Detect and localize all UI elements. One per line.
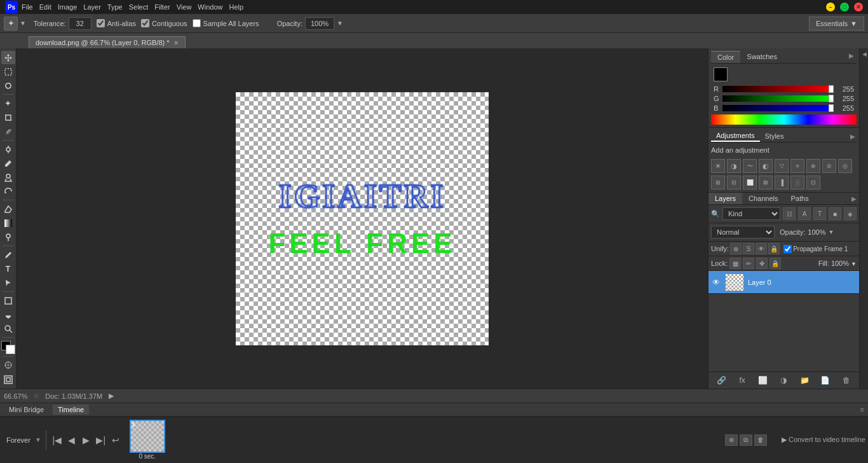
unify-other-btn[interactable]: 🔒 [768, 243, 780, 254]
layer-effects-btn[interactable]: fx [736, 375, 749, 386]
color-spectrum[interactable] [711, 114, 857, 125]
history-brush-tool[interactable] [1, 184, 15, 198]
play-btn[interactable]: ▶ [80, 434, 93, 446]
color-balance-btn[interactable]: ⊕ [806, 159, 820, 173]
tween-btn[interactable]: ⊕ [725, 434, 738, 446]
fill-dropdown[interactable]: ▼ [851, 261, 857, 267]
layers-filter-type-btn[interactable]: T [813, 207, 826, 220]
layers-filter-smartobj-btn[interactable]: ◈ [844, 207, 857, 220]
background-color-swatch[interactable] [6, 345, 15, 354]
selection-tool[interactable] [1, 65, 15, 78]
crop-tool[interactable] [1, 111, 15, 124]
minimize-button[interactable]: – [826, 3, 835, 11]
lasso-tool[interactable] [1, 79, 15, 92]
exposure-btn[interactable]: ◐ [759, 159, 773, 173]
tab-close-button[interactable]: ✕ [173, 39, 179, 46]
posterize-btn[interactable]: ⊠ [759, 176, 773, 190]
close-button[interactable]: ✕ [854, 3, 863, 11]
menu-help[interactable]: Help [229, 3, 243, 11]
tab-channels[interactable]: Channels [742, 193, 784, 204]
channel-mixer-btn[interactable]: ⊞ [711, 176, 725, 190]
unify-style-btn[interactable]: S [743, 243, 754, 254]
path-selection-tool[interactable] [1, 276, 15, 289]
link-layers-btn[interactable]: 🔗 [715, 375, 728, 386]
sample-all-layers-checkbox[interactable] [193, 19, 201, 27]
tab-swatches[interactable]: Swatches [740, 51, 783, 63]
menu-layer[interactable]: Layer [83, 3, 101, 11]
menu-view[interactable]: View [177, 3, 192, 11]
menu-window[interactable]: Window [198, 3, 222, 11]
pen-tool[interactable] [1, 248, 15, 261]
tab-timeline[interactable]: Timeline [53, 404, 89, 415]
opacity-dropdown-icon[interactable]: ▼ [337, 20, 343, 27]
add-mask-btn[interactable]: ⬜ [757, 375, 770, 386]
opacity-dropdown-layers[interactable]: ▼ [829, 229, 834, 235]
brush-tool[interactable] [1, 156, 15, 170]
maximize-button[interactable]: □ [840, 3, 849, 11]
prev-frame-btn[interactable]: ◀ [65, 434, 78, 446]
invert-btn[interactable]: ⬜ [743, 176, 757, 190]
layers-filter-pixel-btn[interactable]: ☷ [783, 207, 796, 220]
eraser-tool[interactable] [1, 202, 15, 216]
vibrance-btn[interactable]: ▽ [775, 159, 789, 173]
quick-mask-btn[interactable] [1, 359, 15, 372]
layer-visibility-toggle[interactable]: 👁 [711, 277, 721, 287]
loop-btn[interactable]: ↩ [109, 434, 122, 446]
gradient-tool[interactable] [1, 216, 15, 230]
layer-item[interactable]: 👁 Layer 0 [709, 271, 859, 294]
lock-image-btn[interactable]: ✏ [743, 258, 754, 269]
unify-position-btn[interactable]: ⊕ [730, 243, 742, 254]
tab-styles[interactable]: Styles [760, 131, 789, 141]
tab-paths[interactable]: Paths [785, 193, 815, 204]
opacity-input[interactable] [305, 17, 334, 30]
color-panel-collapse[interactable]: ▶ [846, 51, 857, 63]
menu-edit[interactable]: Edit [39, 3, 51, 11]
color-lookup-btn[interactable]: ⊟ [727, 176, 741, 190]
magic-wand-tool[interactable]: ✦ [1, 97, 15, 110]
selective-color-btn[interactable]: ⊡ [806, 176, 820, 190]
hand-tool[interactable] [1, 308, 15, 321]
blend-mode-select[interactable]: Normal Dissolve Multiply Screen Overlay [711, 226, 775, 238]
create-layer-btn[interactable]: 📄 [819, 375, 832, 386]
delete-layer-btn[interactable]: 🗑 [840, 375, 853, 386]
threshold-btn[interactable]: ▐ [775, 176, 789, 190]
document-tab[interactable]: download.png @ 66.7% (Layer 0, RGB/8) * … [29, 36, 186, 48]
magic-wand-tool-icon[interactable]: ✦ [4, 17, 18, 31]
lock-position-btn[interactable]: ✥ [756, 258, 768, 269]
bottom-panel-options[interactable]: ≡ [860, 406, 864, 413]
next-frame-btn[interactable]: ▶| [95, 434, 107, 446]
tolerance-input[interactable] [69, 17, 92, 30]
zoom-tool[interactable] [1, 322, 15, 335]
hsl-btn[interactable]: ≡ [790, 159, 804, 173]
healing-brush-tool[interactable] [1, 142, 15, 156]
lock-all-btn[interactable]: 🔒 [770, 258, 781, 269]
lock-transparent-btn[interactable]: ▦ [729, 258, 741, 269]
layers-filter-shape-btn[interactable]: ■ [829, 207, 841, 220]
curves-btn[interactable]: 〜 [743, 159, 757, 173]
essentials-button[interactable]: Essentials ▼ [809, 17, 864, 31]
menu-type[interactable]: Type [107, 3, 123, 11]
move-tool[interactable] [1, 51, 15, 64]
bw-btn[interactable]: ⊘ [822, 159, 836, 173]
propagate-frame-checkbox[interactable] [783, 245, 792, 253]
tab-color[interactable]: Color [711, 51, 740, 63]
tab-layers[interactable]: Layers [709, 193, 742, 204]
photo-filter-btn[interactable]: ◎ [838, 159, 852, 173]
menu-image[interactable]: Image [58, 3, 78, 11]
dodge-tool[interactable] [1, 230, 15, 244]
foreground-color-picker[interactable] [714, 67, 728, 81]
rectangle-tool[interactable] [1, 294, 15, 307]
anti-alias-checkbox[interactable] [97, 19, 105, 27]
layers-panel-collapse[interactable]: ▶ [849, 194, 859, 204]
tab-adjustments[interactable]: Adjustments [711, 130, 760, 142]
collapse-strip-btn[interactable]: ◀ [861, 51, 867, 57]
contiguous-checkbox[interactable] [141, 19, 149, 27]
duplicate-frame-btn[interactable]: ⧉ [740, 434, 752, 446]
forever-dropdown[interactable]: ▼ [35, 436, 41, 443]
tab-mini-bridge[interactable]: Mini Bridge [4, 404, 49, 415]
create-fill-btn[interactable]: ◑ [777, 375, 790, 386]
green-slider[interactable] [722, 95, 834, 102]
type-tool[interactable]: T [1, 262, 15, 275]
eyedropper-tool[interactable] [1, 125, 15, 138]
delete-frame-btn[interactable]: 🗑 [754, 434, 767, 446]
